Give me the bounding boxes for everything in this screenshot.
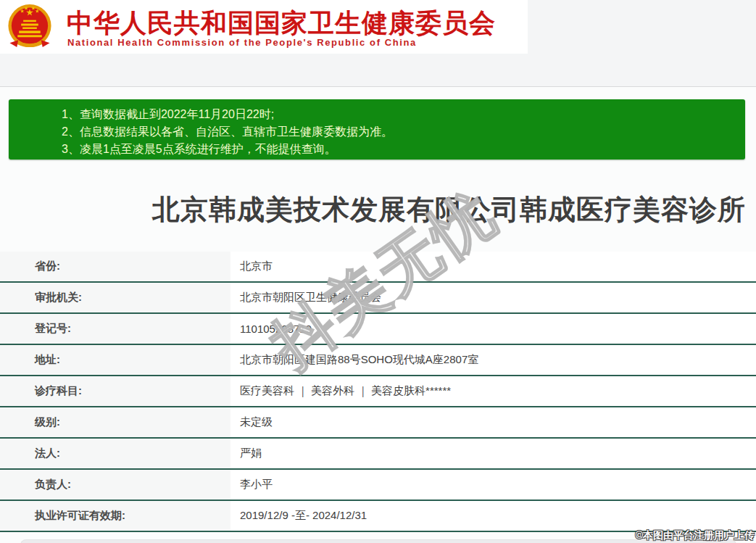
table-row-departments: 诊疗科目: 医疗美容科 ｜ 美容外科 ｜ 美容皮肤科****** [0, 376, 756, 407]
table-row-level: 级别: 未定级 [0, 407, 756, 439]
org-name-zh: 中华人民共和国国家卫生健康委员会 [67, 6, 496, 41]
row-label: 地址: [0, 345, 230, 375]
notice-line-2: 2、信息数据结果以各省、自治区、直辖市卫生健康委数据为准。 [62, 123, 745, 141]
row-label: 负责人: [0, 470, 230, 500]
detail-table: 省份: 北京市 审批机关: 北京市朝阳区卫生健康委员会 登记号: 1101052… [0, 252, 756, 532]
page: 中华人民共和国国家卫生健康委员会 National Health Commiss… [0, 0, 756, 543]
row-label: 诊疗科目: [0, 376, 230, 406]
row-label: 级别: [0, 407, 230, 437]
row-label: 省份: [0, 252, 230, 281]
table-row-legal-person: 法人: 严娟 [0, 439, 756, 470]
table-row-registration-number: 登记号: 110105208719 [0, 314, 756, 345]
row-value: 医疗美容科 ｜ 美容外科 ｜ 美容皮肤科****** [230, 376, 756, 406]
table-row-person-in-charge: 负责人: 李小平 [0, 470, 756, 501]
notice-line-1: 1、查询数据截止到2022年11月20日22时; [62, 106, 745, 123]
row-value: 北京市 [230, 252, 756, 281]
org-name-en: National Health Commission of the People… [67, 37, 417, 48]
table-row-province: 省份: 北京市 [0, 252, 756, 283]
table-row-address: 地址: 北京市朝阳区建国路88号SOHO现代城A座2807室 [0, 345, 756, 376]
page-title: 北京韩成美技术发展有限公司韩成医疗美容诊所 [0, 191, 756, 228]
table-row-license-validity: 执业许可证有效期: 2019/12/9 -至- 2024/12/31 [0, 501, 756, 532]
bottom-panel [20, 539, 736, 543]
row-value: 严娟 [230, 439, 756, 468]
row-label: 登记号: [0, 314, 230, 344]
row-value: 李小平 [230, 470, 756, 500]
table-row-approval-authority: 审批机关: 北京市朝阳区卫生健康委员会 [0, 283, 756, 314]
row-value: 北京市朝阳区建国路88号SOHO现代城A座2807室 [230, 345, 756, 375]
row-value: 未定级 [230, 407, 756, 437]
notice-box: 1、查询数据截止到2022年11月20日22时; 2、信息数据结果以各省、自治区… [9, 99, 745, 159]
row-label: 执业许可证有效期: [0, 501, 230, 531]
row-value: 北京市朝阳区卫生健康委员会 [230, 283, 756, 312]
site-header: 中华人民共和国国家卫生健康委员会 National Health Commiss… [0, 0, 528, 54]
copyright-watermark: ©本图由平台注册用户上传 [636, 529, 755, 542]
row-label: 法人: [0, 439, 230, 468]
notice-line-3: 3、凌晨1点至凌晨5点系统进行维护，不能提供查询。 [62, 141, 745, 158]
row-label: 审批机关: [0, 283, 230, 312]
row-value: 110105208719 [230, 314, 756, 344]
row-value: 2019/12/9 -至- 2024/12/31 [230, 501, 756, 531]
china-national-emblem-icon [7, 3, 53, 51]
